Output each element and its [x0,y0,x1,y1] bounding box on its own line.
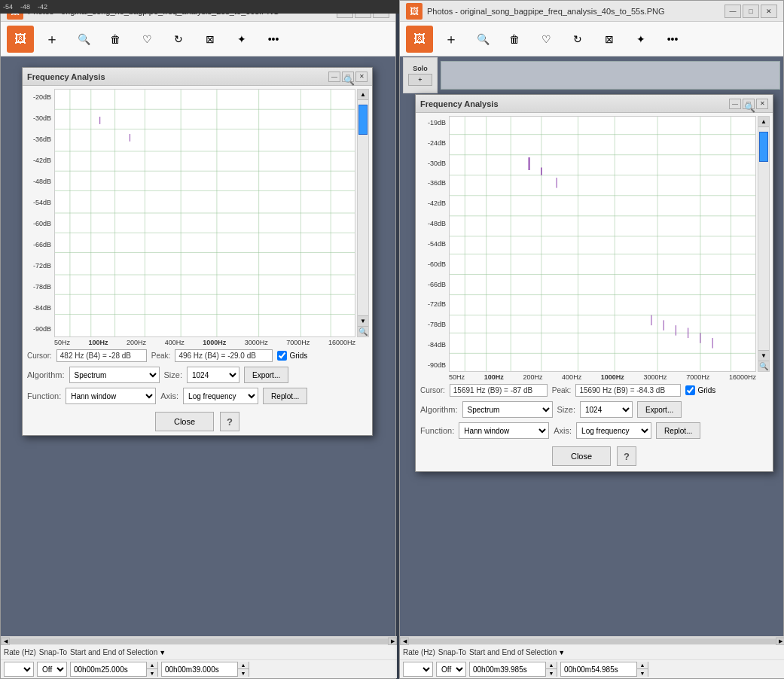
right-scroll-down-btn[interactable]: ▼ [758,350,769,361]
right-algorithm-select[interactable]: Spectrum [462,401,553,418]
axis-select[interactable]: Log frequency [183,388,258,404]
right-function-select[interactable]: Hann window [459,422,549,439]
right-start-time-arrows[interactable]: ▲ ▼ [545,662,557,677]
right-selection-dropdown-arrow[interactable]: ▼ [558,649,565,656]
right-replot-button[interactable]: Replot... [656,422,700,439]
algorithm-select[interactable]: Spectrum [69,367,160,383]
start-time-down[interactable]: ▼ [147,669,157,677]
right-scroll-up-btn[interactable]: ▲ [758,117,769,127]
export-button[interactable]: Export... [244,367,288,383]
right-grids-checkbox-row[interactable]: Grids [685,385,715,395]
add-icon-btn[interactable]: ＋ [38,26,66,53]
right-start-time-down[interactable]: ▼ [546,669,557,677]
right-more-icon-btn[interactable]: ••• [659,26,686,53]
right-rotate-icon-btn[interactable]: ↻ [564,26,591,53]
delete-icon-btn[interactable]: 🗑 [102,26,129,53]
rate-select[interactable] [4,662,34,677]
freq-minimize-btn[interactable]: — [328,72,340,82]
right-end-time-arrows[interactable]: ▲ ▼ [636,662,648,677]
zoom-in-icon-btn[interactable]: 🔍 [70,26,97,53]
grids-checkbox-row[interactable]: Grids [277,351,307,361]
right-hscroll[interactable]: ◀ ▶ [400,637,784,645]
start-time-input[interactable] [71,662,146,676]
right-start-time-spinner[interactable]: ▲ ▼ [469,662,557,677]
left-hscroll[interactable]: ◀ ▶ [1,637,397,645]
hscroll-track[interactable] [10,638,388,644]
right-hscroll-track[interactable] [409,638,776,644]
left-chart-scrollbar[interactable]: ▲ ▼ 🔍 [357,89,369,337]
right-zoom-icon-top[interactable]: 🔍 [744,102,756,114]
right-hscroll-right-btn[interactable]: ▶ [776,638,784,645]
end-time-spinner[interactable]: ▲ ▼ [161,662,249,677]
right-effects-icon-btn[interactable]: ✦ [627,26,654,53]
right-db-label-2: -30dB [419,160,447,167]
replot-button[interactable]: Replot... [263,388,307,404]
right-start-time-up[interactable]: ▲ [546,662,557,669]
right-end-time-down[interactable]: ▼ [637,669,648,677]
right-end-time-spinner[interactable]: ▲ ▼ [560,662,648,677]
end-time-down[interactable]: ▼ [238,669,249,677]
right-axis-select[interactable]: Log frequency [576,422,651,439]
right-add-icon-btn[interactable]: ＋ [438,26,465,53]
snap-select[interactable]: Off [37,662,67,677]
selection-dropdown-arrow[interactable]: ▼ [159,649,166,656]
right-freq-titlebar[interactable]: Frequency Analysis — □ ✕ [416,95,773,113]
start-time-up[interactable]: ▲ [147,662,157,669]
favorite-icon-btn[interactable]: ♡ [133,26,160,53]
right-close-button[interactable]: ✕ [761,5,777,18]
right-grids-checkbox[interactable] [685,385,695,395]
right-favorite-icon-btn[interactable]: ♡ [532,26,560,53]
scroll-thumb[interactable] [358,105,368,135]
right-size-select[interactable]: 1024 [580,401,633,418]
zoom-icon-top[interactable]: 🔍 [343,75,355,87]
right-rate-select[interactable] [403,662,433,677]
right-freq-minimize-btn[interactable]: — [729,99,741,109]
hscroll-left-btn[interactable]: ◀ [1,638,10,645]
right-delete-icon-btn[interactable]: 🗑 [501,26,528,53]
freq-close-btn[interactable]: ✕ [355,72,368,82]
end-time-up[interactable]: ▲ [238,662,249,669]
help-button[interactable]: ? [220,412,239,431]
right-zoom-icon-bottom[interactable]: 🔍 [758,361,769,371]
right-hscroll-left-btn[interactable]: ◀ [400,638,409,645]
right-close-dialog-button[interactable]: Close [552,446,611,466]
right-photos-app-icon[interactable]: 🖼 [406,3,423,20]
left-chart-area[interactable] [54,89,355,337]
end-time-arrows[interactable]: ▲ ▼ [237,662,249,677]
right-end-time-up[interactable]: ▲ [637,662,648,669]
size-select[interactable]: 1024 [187,367,239,383]
rotate-icon-btn[interactable]: ↻ [165,26,192,53]
function-select[interactable]: Hann window [66,388,156,404]
hscroll-right-btn[interactable]: ▶ [388,638,397,645]
right-crop-icon-btn[interactable]: ⊠ [596,26,623,53]
start-time-spinner[interactable]: ▲ ▼ [70,662,158,677]
effects-icon-btn[interactable]: ✦ [228,26,255,53]
right-start-time-input[interactable] [470,662,545,676]
right-home-icon-btn[interactable]: 🖼 [406,26,433,53]
scroll-up-btn[interactable]: ▲ [358,90,368,100]
grids-checkbox[interactable] [277,351,287,361]
db-label-1: -30dB [26,114,53,122]
right-maximize-button[interactable]: □ [743,5,759,18]
crop-icon-btn[interactable]: ⊠ [197,26,224,53]
home-icon-btn[interactable]: 🖼 [7,26,34,53]
right-window-controls[interactable]: — □ ✕ [725,5,777,18]
right-end-time-input[interactable] [561,662,636,676]
right-minimize-button[interactable]: — [725,5,741,18]
start-time-arrows[interactable]: ▲ ▼ [146,662,157,677]
more-icon-btn[interactable]: ••• [260,26,287,53]
end-time-input[interactable] [162,662,237,676]
right-export-button[interactable]: Export... [637,401,682,418]
right-scroll-thumb[interactable] [759,132,768,162]
right-freq-close-btn[interactable]: ✕ [756,99,768,109]
left-freq-titlebar[interactable]: Frequency Analysis — □ ✕ [23,68,372,86]
zoom-icon-bottom[interactable]: 🔍 [358,326,368,336]
right-zoom-in-icon-btn[interactable]: 🔍 [469,26,496,53]
right-chart-area[interactable] [449,116,756,372]
right-chart-scrollbar[interactable]: ▲ ▼ 🔍 [758,116,770,372]
right-help-button[interactable]: ? [617,446,636,466]
solo-plus-btn[interactable]: + [408,74,432,86]
right-snap-select[interactable]: Off [436,662,466,677]
scroll-down-btn[interactable]: ▼ [358,315,368,326]
close-dialog-button[interactable]: Close [155,412,214,431]
